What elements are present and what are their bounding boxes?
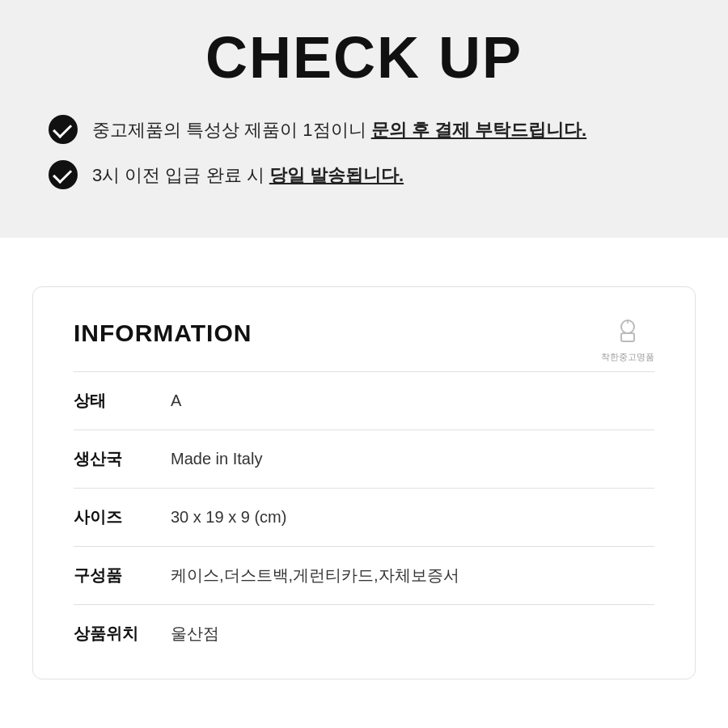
check-icon-2: [49, 160, 78, 189]
label-origin: 생산국: [74, 448, 171, 470]
label-contents: 구성품: [74, 565, 171, 586]
white-bg-section: INFORMATION 착한중고명품 상태 A 생산국 Made in Ital…: [0, 238, 728, 728]
value-status: A: [171, 392, 181, 410]
label-status: 상태: [74, 390, 171, 412]
brand-logo: 착한중고명품: [601, 315, 654, 363]
value-contents: 케이스,더스트백,게런티카드,자체보증서: [171, 565, 459, 586]
value-size: 30 x 19 x 9 (cm): [171, 508, 286, 527]
brand-logo-icon: [612, 315, 644, 348]
white-gap: [0, 238, 728, 286]
info-section-title: INFORMATION: [74, 320, 654, 347]
check-text-2: 3시 이전 입금 완료 시 당일 발송됩니다.: [92, 162, 404, 188]
check-text-1: 중고제품의 특성상 제품이 1점이니 문의 후 결제 부탁드립니다.: [92, 116, 586, 143]
table-row-contents: 구성품 케이스,더스트백,게런티카드,자체보증서: [74, 546, 654, 604]
svg-rect-1: [621, 333, 634, 341]
table-row-origin: 생산국 Made in Italy: [74, 430, 654, 488]
check-item-1: 중고제품의 특성상 제품이 1점이니 문의 후 결제 부탁드립니다.: [49, 115, 679, 144]
table-row-location: 상품위치 울산점: [74, 604, 654, 662]
check-icon-1: [49, 115, 78, 144]
table-row-status: 상태 A: [74, 371, 654, 430]
top-section: CHECK UP 중고제품의 특성상 제품이 1점이니 문의 후 결제 부탁드립…: [0, 0, 728, 238]
page-title: CHECK UP: [49, 24, 679, 91]
info-table: 상태 A 생산국 Made in Italy 사이즈 30 x 19 x 9 (…: [74, 371, 654, 662]
value-location: 울산점: [171, 623, 219, 645]
value-origin: Made in Italy: [171, 450, 262, 468]
brand-name-text: 착한중고명품: [601, 352, 654, 362]
label-size: 사이즈: [74, 506, 171, 528]
label-location: 상품위치: [74, 623, 171, 645]
info-card: INFORMATION 착한중고명품 상태 A 생산국 Made in Ital…: [32, 286, 696, 679]
check-item-2: 3시 이전 입금 완료 시 당일 발송됩니다.: [49, 160, 679, 189]
table-row-size: 사이즈 30 x 19 x 9 (cm): [74, 488, 654, 546]
